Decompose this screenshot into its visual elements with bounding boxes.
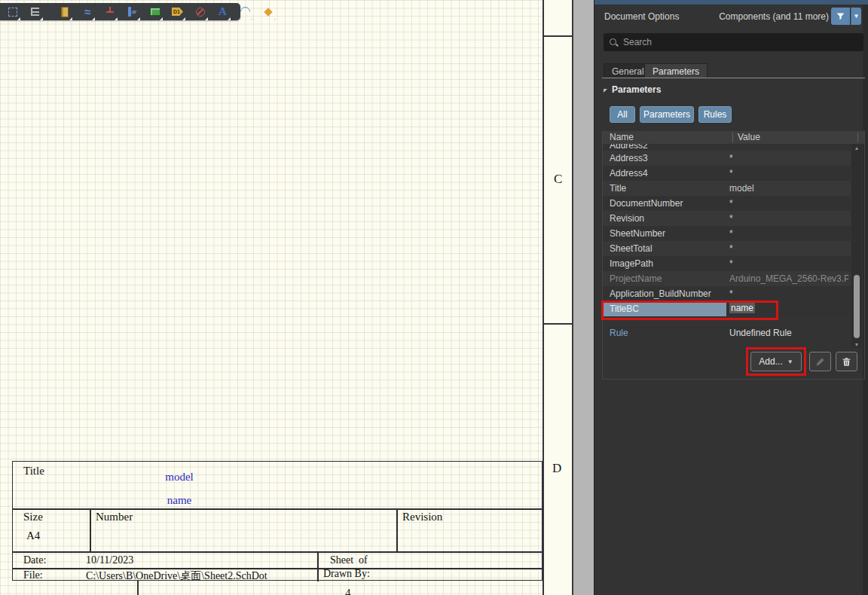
filter-dropdown-button[interactable]: ▼ [851, 8, 861, 25]
zone-number-4: 4 [345, 587, 351, 595]
filter-chip-all[interactable]: All [610, 106, 635, 123]
param-value[interactable]: * [729, 228, 733, 239]
panel-scope-label[interactable]: Components (and 11 more) [719, 11, 829, 22]
scroll-down-arrow[interactable]: ▼ [851, 340, 862, 348]
pencil-icon [815, 357, 825, 367]
table-row[interactable]: TitleBCname [603, 301, 851, 316]
param-value[interactable]: * [729, 213, 733, 224]
table-row[interactable]: SheetNumber* [603, 226, 851, 241]
param-value[interactable]: * [729, 258, 733, 269]
junction-shape [264, 8, 272, 16]
filter-button[interactable] [831, 8, 850, 25]
table-row[interactable]: Address4* [603, 166, 851, 181]
param-name[interactable]: TitleBC [610, 304, 639, 314]
filter-chip-parameters[interactable]: Parameters [640, 106, 694, 123]
table-row[interactable]: ProjectNameArduino_MEGA_2560-Rev3.Pr... [603, 271, 851, 286]
zone-letter-c: C [554, 172, 562, 187]
filter-chip-rules[interactable]: Rules [698, 106, 732, 123]
properties-panel: Document Options Components (and 11 more… [594, 0, 868, 595]
param-name[interactable]: Title [610, 183, 626, 194]
arc-icon[interactable] [237, 5, 253, 19]
param-name[interactable]: Address3 [610, 153, 648, 163]
table-header[interactable]: Name Value [603, 131, 864, 144]
sheet-of-label: Sheet of [330, 554, 368, 566]
table-row[interactable]: Application_BuildNumber* [603, 286, 851, 301]
schematic-canvas[interactable]: C D 4 Title model name Size A4 Number Re… [0, 0, 594, 595]
table-row[interactable]: Titlemodel [603, 181, 851, 196]
date-value: 10/11/2023 [86, 554, 133, 566]
table-row[interactable]: Address3* [603, 151, 851, 166]
param-name[interactable]: SheetTotal [610, 243, 653, 254]
column-header-name[interactable]: Name [610, 132, 634, 142]
size-value: A4 [26, 529, 40, 542]
sheet-symbol-shape [150, 8, 160, 16]
param-name[interactable]: ImagePath [610, 258, 653, 269]
param-value[interactable]: name [729, 303, 755, 313]
param-name[interactable]: Address2 [610, 144, 648, 151]
sheet-outer-border [572, 0, 573, 595]
application-window: C D 4 Title model name Size A4 Number Re… [0, 0, 868, 595]
add-button[interactable]: Add... ▼ [750, 352, 802, 371]
search-placeholder: Search [623, 37, 652, 47]
title-model-value[interactable]: model [145, 471, 213, 484]
delete-button[interactable] [836, 352, 857, 371]
param-value[interactable]: * [729, 288, 733, 299]
chevron-down-icon: ▼ [854, 13, 860, 20]
tab-underline [602, 78, 865, 78]
table-row[interactable]: ImagePath* [603, 256, 851, 271]
panel-top-strip [594, 0, 868, 5]
power-port-icon[interactable] [102, 5, 118, 19]
sheet-symbol-icon[interactable] [147, 5, 163, 19]
table-row[interactable]: SheetTotal* [603, 241, 851, 256]
table-row[interactable]: DocumentNumber* [603, 196, 851, 211]
column-header-value[interactable]: Value [738, 132, 760, 142]
scroll-up-arrow[interactable]: ▲ [851, 144, 862, 151]
search-input[interactable]: Search [604, 33, 863, 51]
param-name[interactable]: SheetNumber [610, 228, 665, 239]
title-name-value[interactable]: name [145, 494, 213, 507]
param-value[interactable]: Arduino_MEGA_2560-Rev3.Pr... [729, 273, 848, 284]
drawn-by-label: Drawn By: [323, 568, 370, 580]
tab-parameters[interactable]: Parameters [644, 63, 708, 78]
align-icon[interactable] [27, 5, 43, 19]
title-block[interactable]: Title model name Size A4 Number Revision… [12, 461, 542, 581]
selection-rect-icon[interactable] [5, 5, 20, 19]
collapse-icon [604, 89, 607, 93]
component-icon[interactable] [57, 5, 72, 19]
scrollbar-thumb[interactable] [854, 275, 860, 338]
param-value-edit-field[interactable]: name [729, 303, 755, 313]
rule-name[interactable]: Rule [610, 328, 628, 338]
wire-icon[interactable]: ≈ [79, 5, 95, 19]
param-value[interactable]: * [729, 153, 733, 163]
sheet-inner-border [542, 0, 544, 595]
param-name[interactable]: Revision [610, 213, 644, 224]
column-divider[interactable] [857, 133, 858, 142]
param-name[interactable]: ProjectName [610, 273, 662, 284]
no-erc-icon[interactable] [192, 5, 208, 19]
column-divider[interactable] [732, 133, 733, 142]
param-name[interactable]: Application_BuildNumber [610, 288, 711, 299]
junction-icon[interactable] [260, 5, 276, 19]
param-value[interactable]: * [729, 168, 733, 178]
table-row[interactable]: Revision* [603, 211, 851, 226]
param-name[interactable]: DocumentNumber [610, 198, 683, 209]
text-string-icon[interactable]: A [215, 5, 231, 19]
table-scrollbar[interactable]: ▲ ▼ [851, 144, 862, 348]
param-name[interactable]: Address4 [610, 168, 648, 178]
edit-button[interactable] [809, 352, 831, 371]
schematic-sheet[interactable]: C D 4 Title model name Size A4 Number Re… [0, 0, 573, 595]
title-block-line [90, 508, 91, 551]
arc-shape [238, 5, 252, 18]
search-icon [610, 38, 618, 47]
probe-icon[interactable]: ar [124, 5, 140, 19]
param-value[interactable]: * [729, 243, 733, 254]
param-value[interactable]: model [729, 183, 754, 194]
title-block-line [396, 508, 398, 551]
panel-title: Document Options [604, 11, 679, 22]
parameters-section-header[interactable]: Parameters [604, 84, 661, 95]
param-value[interactable]: * [729, 198, 733, 209]
rule-value[interactable]: Undefined Rule [729, 328, 792, 338]
harness-connector-icon[interactable]: D1 [170, 5, 185, 19]
rule-row[interactable]: Rule Undefined Rule [603, 325, 851, 340]
table-row[interactable]: Address2 [603, 144, 851, 151]
